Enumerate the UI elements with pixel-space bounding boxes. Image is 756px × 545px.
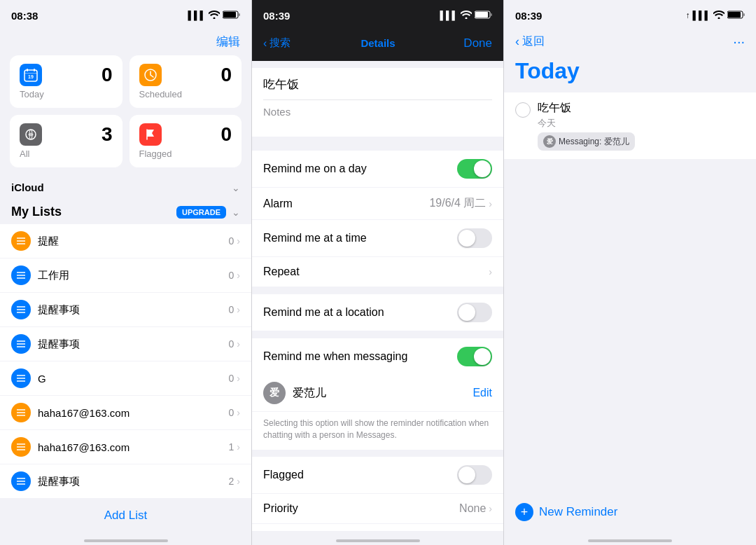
wifi-icon-middle <box>461 11 472 21</box>
list-count-6: 1 <box>229 441 234 453</box>
alarm-row: Alarm 19/6/4 周二 › <box>252 188 503 220</box>
list-name-0: 提醒 <box>38 235 229 248</box>
today-page-title: Today <box>504 55 756 92</box>
card-today[interactable]: 19 0 Today <box>10 55 122 108</box>
contact-edit-button[interactable]: Edit <box>472 387 492 399</box>
priority-row[interactable]: Priority None › <box>252 494 503 524</box>
list-row[interactable]: List › <box>252 524 503 531</box>
svg-rect-1 <box>223 12 236 18</box>
reminder-checkbox[interactable] <box>515 102 531 118</box>
spacer-4 <box>252 450 503 457</box>
list-item[interactable]: G 0 › <box>0 361 251 396</box>
home-indicator-left <box>0 531 251 545</box>
list-count-7: 2 <box>229 476 234 487</box>
new-reminder-label: New Reminder <box>539 505 617 519</box>
my-lists-title: My Lists <box>11 205 62 219</box>
smart-lists-grid: 19 0 Today 0 Scheduled 3 A <box>0 55 251 174</box>
edit-button[interactable]: 编辑 <box>216 34 240 50</box>
list-meta-1: 0 › <box>229 270 240 281</box>
flagged-label: Flagged <box>139 149 232 159</box>
repeat-row[interactable]: Repeat › <box>252 257 503 287</box>
new-reminder-button[interactable]: + New Reminder <box>504 493 756 531</box>
remind-messaging-toggle[interactable] <box>457 347 492 366</box>
flagged-toggle[interactable] <box>457 465 492 485</box>
list-name-5: haha167@163.com <box>38 407 229 419</box>
list-chevron-1: › <box>237 270 240 281</box>
list-icon-5 <box>11 403 31 422</box>
status-bar-right: 08:39 ↑ ▌▌▌ <box>504 0 756 31</box>
more-button-today[interactable]: ··· <box>733 34 745 50</box>
list-count-0: 0 <box>229 235 234 247</box>
tag-text: Messaging: 爱范儿 <box>559 136 629 148</box>
flagged-count: 0 <box>220 123 232 146</box>
svg-rect-4 <box>27 69 28 71</box>
all-count: 3 <box>102 123 113 146</box>
icloud-chevron-icon: ⌄ <box>232 182 240 193</box>
top-bar-left: 编辑 <box>0 31 251 55</box>
contact-avatar: 爱 <box>263 382 286 404</box>
toggle-thumb-time <box>458 230 475 247</box>
home-indicator-middle <box>252 531 503 545</box>
list-item[interactable]: 提醒事项 0 › <box>0 293 251 327</box>
signal-icon-middle: ▌▌▌ <box>440 11 458 20</box>
toggle-thumb <box>474 160 491 177</box>
upgrade-badge[interactable]: UPGRADE <box>176 206 226 219</box>
list-meta-6: 1 › <box>229 441 240 453</box>
card-scheduled[interactable]: 0 Scheduled <box>130 55 242 108</box>
svg-rect-38 <box>491 13 492 16</box>
list-item[interactable]: haha167@163.com 1 › <box>0 430 251 464</box>
remind-day-toggle[interactable] <box>457 159 492 179</box>
today-count: 0 <box>102 64 113 86</box>
signal-icon-left: ▌▌▌ <box>188 11 206 20</box>
list-chevron-6: › <box>237 441 240 453</box>
icloud-header[interactable]: iCloud ⌄ <box>11 177 240 198</box>
alarm-value: 19/6/4 周二 <box>429 196 486 211</box>
card-flagged[interactable]: 0 Flagged <box>130 115 242 167</box>
svg-rect-2 <box>239 13 240 16</box>
priority-label: Priority <box>263 502 459 515</box>
list-meta-2: 0 › <box>229 304 240 315</box>
svg-rect-37 <box>475 12 488 18</box>
toggle-thumb-location <box>458 304 475 321</box>
add-list-button[interactable]: Add List <box>0 500 251 531</box>
list-name-3: 提醒事项 <box>38 338 229 351</box>
status-icons-middle: ▌▌▌ <box>440 11 492 21</box>
list-item[interactable]: 提醒事项 0 › <box>0 327 251 361</box>
list-item[interactable]: haha167@163.com 0 › <box>0 396 251 430</box>
status-bar-left: 08:38 ▌▌▌ <box>0 0 251 31</box>
list-item[interactable]: 提醒事项 2 › <box>0 464 251 499</box>
all-label: All <box>20 149 113 159</box>
priority-chevron-icon: › <box>489 503 492 514</box>
messaging-contact: 爱 爱范儿 Edit <box>252 375 503 412</box>
list-icon-3 <box>11 334 31 354</box>
remind-time-toggle[interactable] <box>457 228 492 248</box>
toggle-thumb-flagged <box>458 467 475 483</box>
panel-middle: 08:39 ▌▌▌ ‹ 搜索 Details Done 吃午饭 Notes <box>252 0 504 545</box>
status-icons-right: ↑ ▌▌▌ <box>685 11 745 21</box>
priority-value: None <box>459 502 486 515</box>
card-flagged-top: 0 <box>139 123 232 146</box>
spacer-1 <box>252 144 503 151</box>
scheduled-count: 0 <box>220 64 232 86</box>
list-meta-4: 0 › <box>229 373 240 384</box>
remind-location-toggle[interactable] <box>457 303 492 322</box>
list-name-2: 提醒事项 <box>38 303 229 317</box>
list-item[interactable]: 工作用 0 › <box>0 258 251 293</box>
svg-rect-41 <box>743 13 745 16</box>
back-button-middle[interactable]: ‹ 搜索 <box>263 34 290 53</box>
task-name[interactable]: 吃午饭 <box>263 76 492 100</box>
all-icon <box>20 123 42 146</box>
svg-rect-5 <box>34 69 35 71</box>
time-left: 08:38 <box>11 10 38 22</box>
notes-field[interactable]: Notes <box>263 100 492 128</box>
card-all-top: 3 <box>20 123 113 146</box>
back-chevron-icon-middle: ‹ <box>263 37 267 50</box>
today-reminder-item: 吃午饭 今天 爱 Messaging: 爱范儿 <box>504 92 756 160</box>
back-button-today[interactable]: ‹ 返回 <box>515 34 545 49</box>
card-all[interactable]: 3 All <box>10 115 122 167</box>
list-item[interactable]: 提醒 0 › <box>0 223 251 258</box>
back-chevron-icon-today: ‹ <box>515 34 519 49</box>
reminder-title: 吃午饭 <box>538 101 745 116</box>
list-count-2: 0 <box>229 304 234 315</box>
done-button[interactable]: Done <box>463 36 492 50</box>
